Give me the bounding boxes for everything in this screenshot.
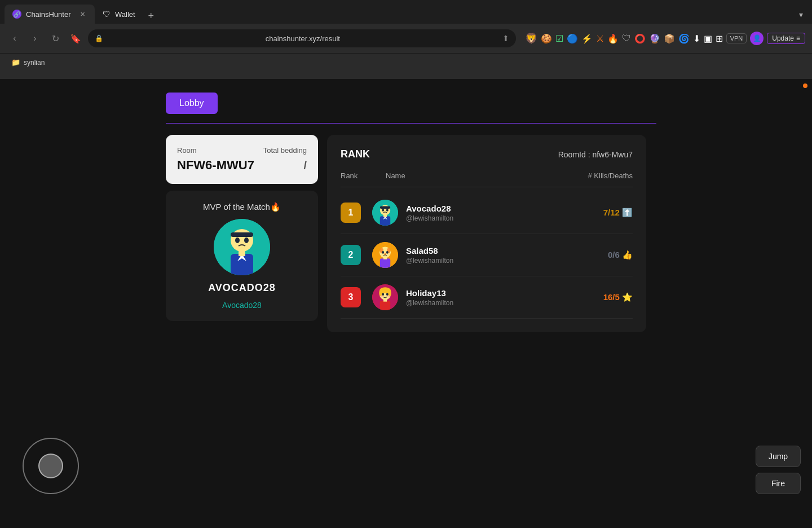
room-card: Room Total bedding NFW6-MWU7 / <box>166 135 318 184</box>
kills-1: 7/12 ⬆️ <box>554 208 633 218</box>
extension-icon-9[interactable]: 📦 <box>664 33 675 44</box>
main-layout: Room Total bedding NFW6-MWU7 / MVP of th… <box>166 135 646 332</box>
share-icon[interactable]: ⬆ <box>502 34 509 43</box>
back-button[interactable]: ‹ <box>7 30 23 46</box>
svg-point-3 <box>235 237 240 243</box>
update-button[interactable]: Update ≡ <box>767 33 805 44</box>
kills-icon-2: 👍 <box>622 250 633 259</box>
tab-wallet[interactable]: 🛡 Wallet <box>95 5 143 24</box>
extension-icon-8[interactable]: 🔮 <box>649 33 660 44</box>
joystick-outer[interactable] <box>23 438 79 494</box>
close-icon[interactable]: ✕ <box>78 10 87 19</box>
kills-value-2: 0/6 <box>608 250 620 259</box>
bookmark-button[interactable]: 🔖 <box>68 30 83 46</box>
rank-title: RANK <box>341 148 370 160</box>
svg-rect-15 <box>383 214 387 217</box>
mvp-avatar <box>214 219 270 275</box>
folder-icon: 📁 <box>11 58 20 67</box>
browser-chrome: 🔗 ChainsHunter ✕ 🛡 Wallet + ▾ ‹ › ↻ 🔖 🔒 … <box>0 0 812 79</box>
update-label: Update <box>772 34 794 42</box>
mvp-name: AVOCADO28 <box>208 282 276 294</box>
page-inner: Lobby Room Total bedding NFW6-MWU7 / <box>152 93 660 332</box>
rank-header: RANK RoomId : nfw6-Mwu7 <box>341 148 633 160</box>
mvp-card: MVP of the Match🔥 <box>166 191 318 321</box>
cookie-icon[interactable]: 🍪 <box>541 33 552 44</box>
extension-icon-5[interactable]: 🔥 <box>607 33 619 44</box>
brave-icon[interactable]: 🦁 <box>525 32 537 45</box>
svg-rect-35 <box>383 299 387 302</box>
col-rank: Rank <box>341 171 386 180</box>
tab-wallet-label: Wallet <box>115 10 135 19</box>
rank-badge-2: 2 <box>341 245 361 265</box>
svg-rect-24 <box>383 257 387 259</box>
tab-label: ChainsHunter <box>26 10 71 19</box>
mvp-username: Avocado28 <box>222 301 262 310</box>
rank-panel: RANK RoomId : nfw6-Mwu7 Rank Name # Kill… <box>327 135 646 332</box>
svg-point-30 <box>382 293 384 296</box>
bedding-value: / <box>303 159 307 172</box>
player-handle-2: @lewishamilton <box>406 257 453 265</box>
svg-point-11 <box>382 209 384 212</box>
svg-point-4 <box>244 237 249 243</box>
player-info-1: Avocado28 @lewishamilton <box>372 200 554 226</box>
forward-button[interactable]: › <box>27 30 43 46</box>
tab-bar: 🔗 ChainsHunter ✕ 🛡 Wallet + ▾ <box>0 0 812 24</box>
svg-point-31 <box>386 293 389 296</box>
rank-row-2: 2 <box>341 234 633 276</box>
extension-icon-3[interactable]: ⚡ <box>581 33 593 44</box>
svg-point-12 <box>386 209 389 212</box>
player-handle-3: @lewishamilton <box>406 299 453 307</box>
bookmark-label: synlian <box>24 59 45 67</box>
kills-value-1: 7/12 <box>603 208 620 217</box>
left-panel: Room Total bedding NFW6-MWU7 / MVP of th… <box>166 135 318 332</box>
player-avatar-2 <box>372 242 398 268</box>
fire-button[interactable]: Fire <box>756 473 801 494</box>
vpn-label: VPN <box>730 35 743 42</box>
svg-rect-10 <box>380 206 390 209</box>
tab-bar-right: ▾ <box>795 8 807 24</box>
room-card-header: Room Total bedding <box>177 146 307 155</box>
extension-check-icon[interactable]: ☑ <box>555 33 563 44</box>
rank-badge-1: 1 <box>341 203 361 223</box>
svg-point-33 <box>387 295 390 297</box>
joystick-inner[interactable] <box>38 454 63 478</box>
extension-icon-4[interactable]: ⚔ <box>596 33 604 44</box>
tab-favicon: 🔗 <box>12 10 21 19</box>
menu-icon: ≡ <box>796 34 800 42</box>
player-info-3: Holiday13 @lewishamilton <box>372 284 554 310</box>
tab-chainshunter[interactable]: 🔗 ChainsHunter ✕ <box>5 5 95 24</box>
joystick-area[interactable] <box>23 438 79 494</box>
layout-icon[interactable]: ⊞ <box>716 33 723 44</box>
url-text: chainshunter.xyz/result <box>108 34 498 43</box>
dropdown-arrow-icon[interactable]: ▾ <box>795 8 807 21</box>
rank-cols: Rank Name # Kills/Deaths <box>341 171 633 187</box>
player-details-1: Avocado28 @lewishamilton <box>406 204 453 222</box>
lock-icon: 🔒 <box>95 34 103 42</box>
game-buttons: Jump Fire <box>756 446 801 494</box>
new-tab-button[interactable]: + <box>143 8 159 24</box>
player-avatar-3 <box>372 284 398 310</box>
bookmark-synlian[interactable]: 📁 synlian <box>7 56 49 69</box>
lobby-button[interactable]: Lobby <box>166 93 218 114</box>
toolbar-icons: 🦁 🍪 ☑ 🔵 ⚡ ⚔ 🔥 🛡 ⭕ 🔮 📦 🌀 ⬇ ▣ ⊞ VPN 👤 Upda… <box>525 32 805 45</box>
extension-icon-2[interactable]: 🔵 <box>567 33 578 44</box>
kills-icon-3: ⭐ <box>622 292 633 302</box>
svg-rect-7 <box>239 250 245 256</box>
address-bar[interactable]: 🔒 chainshunter.xyz/result ⬆ <box>88 29 516 47</box>
col-kills: # Kills/Deaths <box>554 171 633 180</box>
sidebar-icon[interactable]: ▣ <box>704 33 712 44</box>
extension-icon-7[interactable]: ⭕ <box>634 33 646 44</box>
room-id-row: NFW6-MWU7 / <box>177 158 307 173</box>
kills-icon-1: ⬆️ <box>622 208 633 217</box>
nav-bar: ‹ › ↻ 🔖 🔒 chainshunter.xyz/result ⬆ 🦁 🍪 … <box>0 24 812 53</box>
kills-2: 0/6 👍 <box>554 250 633 260</box>
refresh-button[interactable]: ↻ <box>47 30 63 46</box>
extension-icon-6[interactable]: 🛡 <box>622 33 631 43</box>
jump-button[interactable]: Jump <box>756 446 801 467</box>
extension-icon-10[interactable]: 🌀 <box>678 33 690 44</box>
vpn-button[interactable]: VPN <box>726 33 747 43</box>
download-icon[interactable]: ⬇ <box>693 33 700 44</box>
player-details-2: Salad58 @lewishamilton <box>406 246 453 265</box>
profile-avatar[interactable]: 👤 <box>750 32 764 45</box>
rank-row-3: 3 <box>341 276 633 319</box>
